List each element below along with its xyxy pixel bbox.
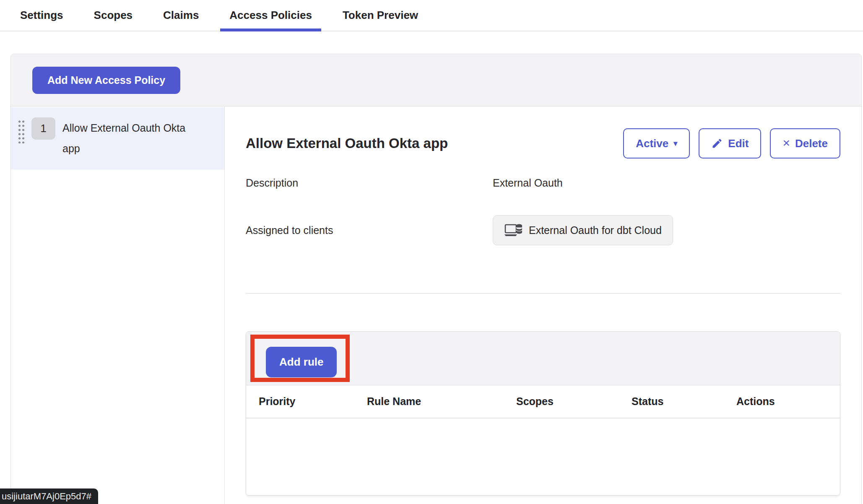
- description-row: Description External Oauth: [246, 177, 840, 189]
- pencil-icon: [711, 138, 723, 149]
- policy-name: Allow External Oauth Okta app: [62, 117, 188, 159]
- tab-settings[interactable]: Settings: [11, 0, 73, 31]
- client-chip-label: External Oauth for dbt Cloud: [529, 224, 662, 236]
- tab-scopes[interactable]: Scopes: [85, 0, 142, 31]
- column-header-rule-name: Rule Name: [354, 395, 504, 408]
- section-divider: [246, 293, 840, 294]
- status-dropdown-label: Active: [636, 137, 668, 150]
- rules-toolbar: Add rule: [246, 332, 840, 385]
- policy-detail: Allow External Oauth Okta app Active ▾ E…: [225, 107, 861, 504]
- policy-list-item[interactable]: 1 Allow External Oauth Okta app: [11, 107, 224, 169]
- client-chip[interactable]: External Oauth for dbt Cloud: [493, 215, 673, 245]
- delete-button[interactable]: × Delete: [770, 128, 840, 158]
- column-header-priority: Priority: [246, 395, 354, 408]
- add-new-access-policy-button[interactable]: Add New Access Policy: [32, 67, 180, 94]
- policy-action-buttons: Active ▾ Edit × Delete: [623, 128, 840, 158]
- panel-toolbar: Add New Access Policy: [11, 54, 861, 107]
- column-header-actions: Actions: [724, 395, 840, 408]
- rules-table-empty-body: [246, 418, 840, 495]
- chevron-down-icon: ▾: [673, 140, 677, 147]
- page: Settings Scopes Claims Access Policies T…: [0, 0, 863, 504]
- description-label: Description: [246, 177, 493, 189]
- edit-button-label: Edit: [728, 137, 749, 150]
- access-policies-panel: Add New Access Policy 1 Allow External O…: [10, 54, 862, 504]
- column-header-status: Status: [619, 395, 724, 408]
- rules-table-header: Priority Rule Name Scopes Status Actions: [246, 385, 840, 418]
- client-app-icon: [504, 222, 523, 239]
- policy-priority-badge: 1: [31, 117, 55, 140]
- drag-handle-icon[interactable]: [17, 119, 24, 143]
- status-url-tooltip: usijiutarM7Aj0Ep5d7#: [0, 488, 98, 504]
- policy-list: 1 Allow External Oauth Okta app: [11, 107, 225, 504]
- close-icon: ×: [782, 137, 790, 149]
- description-value: External Oauth: [493, 177, 563, 189]
- column-header-scopes: Scopes: [504, 395, 619, 408]
- tab-bar: Settings Scopes Claims Access Policies T…: [0, 0, 863, 31]
- tab-access-policies[interactable]: Access Policies: [220, 0, 321, 31]
- tab-claims[interactable]: Claims: [154, 0, 208, 31]
- tab-token-preview[interactable]: Token Preview: [333, 0, 427, 31]
- policy-title: Allow External Oauth Okta app: [246, 135, 448, 151]
- add-rule-button[interactable]: Add rule: [266, 347, 337, 377]
- delete-button-label: Delete: [795, 137, 828, 150]
- status-dropdown-button[interactable]: Active ▾: [623, 128, 690, 158]
- assigned-clients-label: Assigned to clients: [246, 224, 493, 236]
- assigned-clients-row: Assigned to clients: [246, 215, 840, 245]
- rules-section: Add rule Priority Rule Name Scopes Statu…: [246, 331, 840, 496]
- edit-button[interactable]: Edit: [699, 128, 761, 158]
